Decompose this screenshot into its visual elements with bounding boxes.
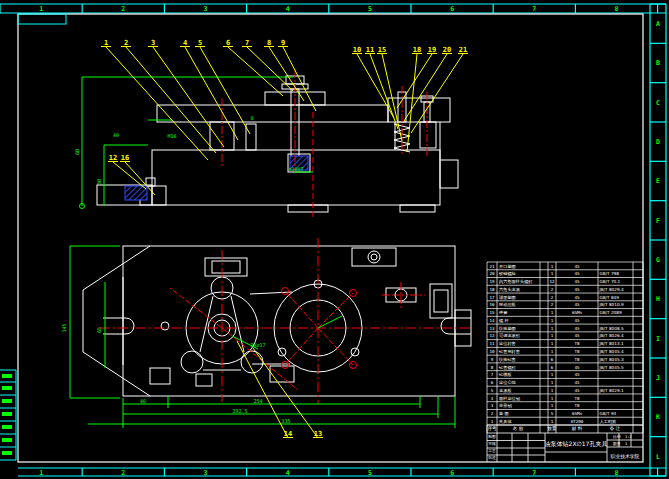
bom-cell-material: T8: [574, 357, 580, 362]
dimension-text: M16: [167, 133, 176, 139]
bom-cell-no: 4: [491, 396, 494, 401]
left-fragment-text-blob: [2, 386, 12, 390]
balloon-number: 15: [378, 46, 386, 54]
bom-cell-qty: 1: [551, 380, 554, 385]
bom-cell-no: 2: [491, 411, 494, 416]
bom-cell-name: 开口垫圈: [499, 264, 516, 269]
bom-cell-material: 45: [574, 365, 580, 370]
bom-cell-qty: 1: [551, 326, 554, 331]
titleblock-label: 制图: [488, 434, 496, 439]
bom-cell-qty: 5: [551, 411, 554, 416]
zone-row-label: F: [656, 217, 660, 225]
bom-cell-material: 45: [574, 326, 580, 331]
bom-cell-material: 45: [574, 287, 580, 292]
bom-cell-qty: 1: [551, 349, 554, 354]
bom-cell-no: 15: [489, 310, 495, 315]
bom-cell-name: 定位衬套: [499, 341, 516, 346]
zone-row-label: J: [656, 374, 660, 382]
bom-cell-qty: 12: [549, 279, 555, 284]
bom-cell-name: 钻套用衬套: [498, 349, 520, 354]
bom-cell-qty: 1: [551, 341, 554, 346]
balloon-number: 4: [183, 39, 187, 47]
bom-cell-no: 1: [491, 419, 494, 424]
bom-cell-no: 5: [491, 388, 494, 393]
bom-cell-material: 45: [574, 318, 580, 323]
bom-cell-name: 移动压板: [499, 302, 516, 307]
zone-column-label: 3: [204, 469, 208, 477]
bom-cell-material: 65Mn: [572, 310, 583, 315]
bom-cell-material: 45: [574, 295, 580, 300]
bom-cell-note: JB/T 8045.5: [599, 365, 624, 370]
balloon-number: 19: [428, 46, 436, 54]
balloon-number: 7: [245, 39, 249, 47]
balloon-number: 18: [413, 46, 421, 54]
bom-cell-no: 6: [491, 380, 494, 385]
bom-header: 材 料: [571, 426, 583, 432]
bom-header: 序号: [488, 426, 498, 431]
dimension-text: 46: [140, 398, 146, 404]
bom-cell-no: 9: [491, 357, 494, 362]
zone-row-label: K: [656, 413, 660, 421]
zone-column-label: 4: [286, 5, 290, 13]
left-fragment-text-blob: [2, 412, 12, 416]
bom-cell-note: JB/T 8045.3: [599, 357, 624, 362]
balloon-number: 20: [443, 46, 451, 54]
bom-cell-name: 球面垫圈: [499, 295, 516, 300]
bom-cell-note: GB/T 93: [600, 411, 617, 416]
zone-column-label: 1: [39, 5, 43, 13]
titleblock-right-value: 1: [625, 441, 628, 446]
balloon-number: 3: [151, 39, 155, 47]
zone-row-label: A: [656, 20, 660, 28]
zone-row-label: G: [656, 256, 660, 264]
bom-cell-qty: 6: [551, 357, 554, 362]
bom-cell-note: JB/T 8010.9: [599, 302, 624, 307]
bom-cell-qty: 2: [551, 302, 554, 307]
bom-cell-name: 快换垫圈: [498, 326, 516, 331]
zone-column-label: 2: [121, 469, 125, 477]
plan-view: [83, 246, 471, 396]
bom-cell-material: 45: [574, 388, 580, 393]
bom-cell-name: 钻模板: [498, 372, 512, 377]
zone-column-label: 7: [532, 469, 536, 477]
bom-cell-qty: 1: [551, 388, 554, 393]
bom-cell-qty: 2: [551, 295, 554, 300]
bom-cell-qty: 1: [551, 372, 554, 377]
left-fragment-text-blob: [2, 451, 12, 455]
sheet-frame: [18, 14, 643, 462]
balloon-number: 10: [353, 46, 361, 54]
balloon-number: 1: [104, 39, 108, 47]
bom-cell-name: 铰链螺栓: [498, 271, 517, 276]
bom-cell-qty: 1: [551, 271, 554, 276]
left-edge-table-fragment: [0, 370, 16, 460]
titleblock-label: 批准: [488, 455, 496, 460]
zone-row-label: B: [656, 59, 660, 67]
bom-cell-no: 10: [489, 349, 495, 354]
bom-cell-qty: 2: [551, 287, 554, 292]
bom-cell-no: 3: [491, 403, 494, 408]
dimension-texts: 603040M168∅10H71456546254292.53352X∅17: [61, 115, 304, 424]
dimension-text: 292.5: [232, 408, 247, 414]
balloon-number: 13: [314, 430, 322, 438]
bom-cell-no: 8: [491, 365, 494, 370]
sheet-zone-borders: 1122334455667788ABCDEFGHIJKL: [0, 4, 666, 477]
bom-cell-material: 45: [574, 264, 580, 269]
bom-cell-no: 14: [489, 318, 495, 323]
bom-cell-no: 19: [489, 279, 495, 284]
bom-cell-note: JB/T 8045.4: [599, 349, 624, 354]
balloon-number: 12: [109, 154, 117, 162]
dimension-text: 335: [281, 418, 290, 424]
zone-column-label: 5: [368, 469, 372, 477]
bom-cell-note: JB/T 8029.4: [599, 287, 624, 292]
zone-column-label: 8: [615, 5, 619, 13]
bom-cell-material: T8: [574, 349, 580, 354]
bom-cell-material: T8: [574, 341, 580, 346]
bom-cell-note: GB/T 798: [600, 271, 620, 276]
bom-cell-note: GB/T 849: [600, 295, 620, 300]
bom-cell-no: 13: [489, 326, 495, 331]
bom-cell-material: 45: [574, 279, 580, 284]
bom-cell-qty: 1: [551, 396, 554, 401]
zone-column-label: 4: [286, 469, 290, 477]
zone-row-label: L: [656, 453, 660, 461]
bom-header: 备 注: [610, 426, 621, 431]
zone-row-label: C: [656, 99, 660, 107]
